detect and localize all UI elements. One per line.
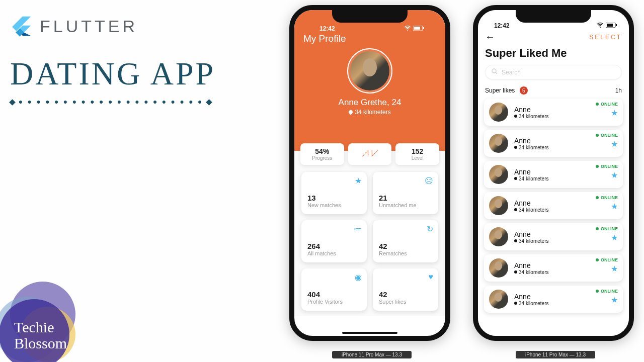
badge-line1: Techie <box>14 319 67 335</box>
profile-screen-title: My Profile <box>303 33 436 44</box>
back-button[interactable]: ← <box>485 31 495 43</box>
like-name: Anne <box>514 199 548 207</box>
like-name: Anne <box>514 261 548 269</box>
like-name: Anne <box>514 230 548 238</box>
online-status: ONLINE <box>596 102 618 107</box>
like-distance: 34 kilometers <box>514 238 548 244</box>
wifi-icon <box>404 25 411 32</box>
location-pin-icon <box>514 177 517 180</box>
superliked-title: Super Liked Me <box>478 44 629 65</box>
flutter-label: FLUTTER <box>40 17 138 36</box>
star-icon[interactable]: ★ <box>596 108 618 118</box>
location-pin-icon <box>514 270 517 274</box>
svg-rect-11 <box>616 24 617 26</box>
card-value: 404 <box>307 290 361 299</box>
stat-level[interactable]: 152 Level <box>395 143 439 165</box>
stat-activity[interactable]: ⩘⩗ <box>348 143 392 165</box>
stat-progress[interactable]: 54% Progress <box>300 143 344 165</box>
pulse-icon: ⩘⩗ <box>350 147 390 159</box>
device-caption: iPhone 11 Pro Max — 13.3 <box>516 351 595 358</box>
like-distance: 34 kilometers <box>514 207 548 213</box>
like-card[interactable]: Anne 34 kilometers ONLINE ★ <box>484 161 623 188</box>
svg-point-8 <box>600 27 601 28</box>
like-name: Anne <box>514 137 548 145</box>
star-icon[interactable]: ★ <box>596 202 618 211</box>
like-distance: 34 kilometers <box>514 114 548 119</box>
profile-card[interactable]: ♥ 42 Super likes <box>373 268 438 311</box>
time-meta: 1h <box>615 87 622 94</box>
avatar <box>489 227 508 246</box>
status-time: 12:42 <box>319 25 335 32</box>
like-distance: 34 kilometers <box>514 269 548 275</box>
card-value: 42 <box>379 290 432 299</box>
like-card[interactable]: Anne 34 kilometers ONLINE ★ <box>484 223 623 250</box>
home-indicator[interactable] <box>342 332 397 334</box>
svg-rect-7 <box>423 27 424 29</box>
avatar <box>489 103 508 122</box>
profile-card[interactable]: ≔ 264 All matches <box>301 220 367 262</box>
svg-point-12 <box>492 69 496 73</box>
online-status: ONLINE <box>596 195 618 200</box>
like-card[interactable]: Anne 34 kilometers ONLINE ★ <box>484 192 623 219</box>
profile-distance: 34 kilometers <box>303 109 436 116</box>
avatar[interactable] <box>347 48 392 94</box>
flutter-icon <box>10 15 32 37</box>
superlikes-meta: Super likes 5 <box>485 86 528 95</box>
svg-line-13 <box>496 72 497 74</box>
star-icon[interactable]: ★ <box>596 170 618 180</box>
search-icon <box>492 68 498 76</box>
like-distance: 34 kilometers <box>514 176 548 182</box>
star-icon[interactable]: ★ <box>596 233 618 242</box>
card-label: Rematches <box>379 250 432 256</box>
battery-icon <box>413 25 424 32</box>
svg-rect-10 <box>607 24 613 27</box>
star-icon[interactable]: ★ <box>596 295 618 305</box>
location-pin-icon <box>514 239 517 242</box>
sad-face-icon: ☹ <box>425 176 433 186</box>
page-title: DATING APP <box>10 55 215 93</box>
profile-card[interactable]: ☹ 21 Unmatched me <box>373 172 438 214</box>
online-status: ONLINE <box>596 226 618 231</box>
card-value: 13 <box>307 194 361 202</box>
like-name: Anne <box>514 293 548 301</box>
location-pin-icon <box>514 302 517 305</box>
search-input[interactable]: Search <box>485 65 622 79</box>
count-badge: 5 <box>520 86 528 95</box>
like-card[interactable]: Anne 34 kilometers ONLINE ★ <box>484 254 623 282</box>
like-card[interactable]: Anne 34 kilometers ONLINE ★ <box>484 130 623 157</box>
location-pin-icon <box>348 109 354 115</box>
wifi-icon <box>597 22 604 29</box>
like-distance: 34 kilometers <box>514 145 548 150</box>
card-label: Profile Visitors <box>307 299 361 305</box>
profile-name: Anne Grethe, 24 <box>303 98 436 108</box>
online-status: ONLINE <box>596 164 618 169</box>
avatar <box>489 290 508 309</box>
status-time: 12:42 <box>494 22 510 29</box>
avatar <box>489 165 508 184</box>
badge-line2: Blossom <box>14 335 67 351</box>
like-card[interactable]: Anne 34 kilometers ONLINE ★ <box>484 99 623 126</box>
select-button[interactable]: SELECT <box>589 34 622 41</box>
location-pin-icon <box>514 115 517 118</box>
profile-card[interactable]: ◉ 404 Profile Visitors <box>301 268 367 311</box>
like-name: Anne <box>514 168 548 176</box>
online-status: ONLINE <box>596 289 618 294</box>
profile-card[interactable]: ★ 13 New matches <box>301 172 367 214</box>
card-value: 264 <box>307 242 361 250</box>
star-icon[interactable]: ★ <box>596 264 618 274</box>
location-pin-icon <box>514 208 517 211</box>
flutter-logo: FLUTTER <box>10 15 215 37</box>
card-label: New matches <box>307 202 361 208</box>
battery-icon <box>606 22 617 29</box>
star-icon[interactable]: ★ <box>596 139 618 149</box>
search-placeholder: Search <box>502 69 521 76</box>
star-icon: ★ <box>355 176 362 186</box>
refresh-icon: ↻ <box>427 224 433 234</box>
profile-card[interactable]: ↻ 42 Rematches <box>373 220 438 262</box>
card-value: 21 <box>379 194 432 202</box>
card-label: Unmatched me <box>379 202 432 208</box>
avatar <box>489 134 508 153</box>
like-card[interactable]: Anne 34 kilometers ONLINE ★ <box>484 286 623 313</box>
decorative-divider: • • • • • • • • • • • • • • • • • • • • … <box>10 96 215 109</box>
phone-notch <box>516 10 591 23</box>
